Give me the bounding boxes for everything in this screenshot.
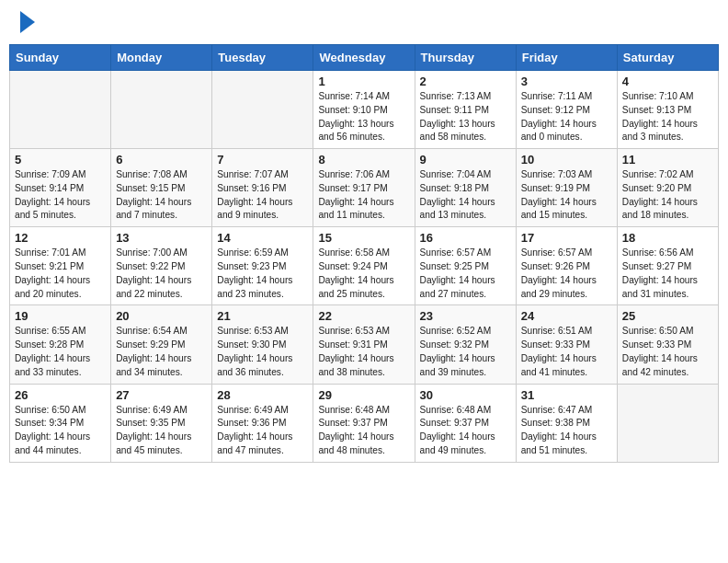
col-header-thursday: Thursday	[415, 45, 516, 71]
day-number: 15	[318, 231, 409, 245]
calendar-cell: 13Sunrise: 7:00 AMSunset: 9:22 PMDayligh…	[111, 227, 212, 305]
day-info: Sunrise: 7:13 AMSunset: 9:11 PMDaylight:…	[420, 90, 511, 144]
calendar-cell: 11Sunrise: 7:02 AMSunset: 9:20 PMDayligh…	[617, 149, 718, 227]
day-info: Sunrise: 7:11 AMSunset: 9:12 PMDaylight:…	[521, 90, 612, 144]
day-number: 7	[217, 153, 308, 167]
calendar-cell: 27Sunrise: 6:49 AMSunset: 9:35 PMDayligh…	[111, 384, 212, 462]
day-number: 21	[217, 309, 308, 323]
calendar-cell	[111, 71, 212, 149]
day-number: 12	[15, 231, 106, 245]
calendar-cell: 29Sunrise: 6:48 AMSunset: 9:37 PMDayligh…	[313, 384, 415, 462]
col-header-friday: Friday	[516, 45, 617, 71]
day-info: Sunrise: 6:52 AMSunset: 9:32 PMDaylight:…	[420, 325, 511, 379]
col-header-saturday: Saturday	[617, 45, 718, 71]
day-number: 20	[116, 309, 207, 323]
day-number: 22	[318, 309, 409, 323]
calendar-cell: 19Sunrise: 6:55 AMSunset: 9:28 PMDayligh…	[10, 305, 111, 384]
calendar-cell: 23Sunrise: 6:52 AMSunset: 9:32 PMDayligh…	[415, 305, 516, 384]
day-number: 2	[420, 75, 511, 88]
day-info: Sunrise: 7:03 AMSunset: 9:19 PMDaylight:…	[521, 168, 612, 223]
day-number: 6	[116, 153, 207, 167]
day-number: 11	[622, 153, 713, 167]
week-row-3: 12Sunrise: 7:01 AMSunset: 9:21 PMDayligh…	[10, 227, 719, 305]
day-number: 3	[521, 75, 612, 88]
week-row-2: 5Sunrise: 7:09 AMSunset: 9:14 PMDaylight…	[10, 149, 719, 227]
day-info: Sunrise: 6:50 AMSunset: 9:33 PMDaylight:…	[622, 325, 713, 379]
calendar-cell	[10, 71, 111, 149]
day-info: Sunrise: 7:06 AMSunset: 9:17 PMDaylight:…	[318, 168, 409, 223]
calendar-cell: 31Sunrise: 6:47 AMSunset: 9:38 PMDayligh…	[516, 384, 617, 462]
day-info: Sunrise: 6:50 AMSunset: 9:34 PMDaylight:…	[15, 404, 106, 458]
day-number: 23	[420, 309, 511, 323]
day-info: Sunrise: 6:55 AMSunset: 9:28 PMDaylight:…	[15, 325, 106, 379]
col-header-tuesday: Tuesday	[212, 45, 313, 71]
day-number: 19	[15, 309, 106, 323]
logo-arrow-icon	[20, 11, 35, 33]
calendar-cell: 18Sunrise: 6:56 AMSunset: 9:27 PMDayligh…	[617, 227, 718, 305]
day-info: Sunrise: 7:07 AMSunset: 9:16 PMDaylight:…	[217, 168, 308, 223]
header-row: SundayMondayTuesdayWednesdayThursdayFrid…	[10, 45, 719, 71]
day-number: 31	[521, 388, 612, 402]
calendar-cell: 12Sunrise: 7:01 AMSunset: 9:21 PMDayligh…	[10, 227, 111, 305]
week-row-5: 26Sunrise: 6:50 AMSunset: 9:34 PMDayligh…	[10, 384, 719, 462]
day-number: 24	[521, 309, 612, 323]
day-info: Sunrise: 7:00 AMSunset: 9:22 PMDaylight:…	[116, 247, 207, 301]
day-info: Sunrise: 7:09 AMSunset: 9:14 PMDaylight:…	[15, 168, 106, 223]
day-info: Sunrise: 6:59 AMSunset: 9:23 PMDaylight:…	[217, 247, 308, 301]
day-info: Sunrise: 7:04 AMSunset: 9:18 PMDaylight:…	[420, 168, 511, 223]
week-row-4: 19Sunrise: 6:55 AMSunset: 9:28 PMDayligh…	[10, 305, 719, 384]
calendar-cell: 2Sunrise: 7:13 AMSunset: 9:11 PMDaylight…	[415, 71, 516, 149]
day-number: 26	[15, 388, 106, 402]
calendar-cell: 17Sunrise: 6:57 AMSunset: 9:26 PMDayligh…	[516, 227, 617, 305]
day-number: 9	[420, 153, 511, 167]
day-info: Sunrise: 6:57 AMSunset: 9:26 PMDaylight:…	[521, 247, 612, 301]
day-info: Sunrise: 6:48 AMSunset: 9:37 PMDaylight:…	[420, 404, 511, 458]
day-number: 10	[521, 153, 612, 167]
logo	[17, 13, 35, 33]
calendar-cell: 20Sunrise: 6:54 AMSunset: 9:29 PMDayligh…	[111, 305, 212, 384]
day-info: Sunrise: 6:51 AMSunset: 9:33 PMDaylight:…	[521, 325, 612, 379]
day-info: Sunrise: 7:10 AMSunset: 9:13 PMDaylight:…	[622, 90, 713, 144]
calendar-cell: 30Sunrise: 6:48 AMSunset: 9:37 PMDayligh…	[415, 384, 516, 462]
calendar-cell: 26Sunrise: 6:50 AMSunset: 9:34 PMDayligh…	[10, 384, 111, 462]
day-number: 17	[521, 231, 612, 245]
page-header	[9, 9, 719, 37]
day-info: Sunrise: 6:53 AMSunset: 9:31 PMDaylight:…	[318, 325, 409, 379]
calendar-cell: 15Sunrise: 6:58 AMSunset: 9:24 PMDayligh…	[313, 227, 415, 305]
day-number: 14	[217, 231, 308, 245]
calendar-cell	[212, 71, 313, 149]
calendar-cell: 21Sunrise: 6:53 AMSunset: 9:30 PMDayligh…	[212, 305, 313, 384]
calendar-cell: 24Sunrise: 6:51 AMSunset: 9:33 PMDayligh…	[516, 305, 617, 384]
day-info: Sunrise: 7:14 AMSunset: 9:10 PMDaylight:…	[318, 90, 409, 144]
day-info: Sunrise: 6:58 AMSunset: 9:24 PMDaylight:…	[318, 247, 409, 301]
day-number: 25	[622, 309, 713, 323]
calendar-cell: 6Sunrise: 7:08 AMSunset: 9:15 PMDaylight…	[111, 149, 212, 227]
calendar-cell: 22Sunrise: 6:53 AMSunset: 9:31 PMDayligh…	[313, 305, 415, 384]
day-info: Sunrise: 6:49 AMSunset: 9:36 PMDaylight:…	[217, 404, 308, 458]
day-number: 8	[318, 153, 409, 167]
day-info: Sunrise: 6:48 AMSunset: 9:37 PMDaylight:…	[318, 404, 409, 458]
calendar-cell: 7Sunrise: 7:07 AMSunset: 9:16 PMDaylight…	[212, 149, 313, 227]
day-number: 30	[420, 388, 511, 402]
day-number: 13	[116, 231, 207, 245]
day-info: Sunrise: 7:02 AMSunset: 9:20 PMDaylight:…	[622, 168, 713, 223]
day-info: Sunrise: 6:54 AMSunset: 9:29 PMDaylight:…	[116, 325, 207, 379]
calendar-cell: 1Sunrise: 7:14 AMSunset: 9:10 PMDaylight…	[313, 71, 415, 149]
day-number: 1	[318, 75, 409, 88]
day-number: 4	[622, 75, 713, 88]
day-info: Sunrise: 6:47 AMSunset: 9:38 PMDaylight:…	[521, 404, 612, 458]
calendar-cell	[617, 384, 718, 462]
col-header-sunday: Sunday	[10, 45, 111, 71]
day-number: 16	[420, 231, 511, 245]
day-number: 28	[217, 388, 308, 402]
calendar-table: SundayMondayTuesdayWednesdayThursdayFrid…	[9, 44, 719, 463]
day-number: 5	[15, 153, 106, 167]
day-info: Sunrise: 6:56 AMSunset: 9:27 PMDaylight:…	[622, 247, 713, 301]
week-row-1: 1Sunrise: 7:14 AMSunset: 9:10 PMDaylight…	[10, 71, 719, 149]
day-number: 29	[318, 388, 409, 402]
calendar-cell: 14Sunrise: 6:59 AMSunset: 9:23 PMDayligh…	[212, 227, 313, 305]
calendar-cell: 4Sunrise: 7:10 AMSunset: 9:13 PMDaylight…	[617, 71, 718, 149]
day-info: Sunrise: 6:53 AMSunset: 9:30 PMDaylight:…	[217, 325, 308, 379]
day-number: 27	[116, 388, 207, 402]
day-info: Sunrise: 6:49 AMSunset: 9:35 PMDaylight:…	[116, 404, 207, 458]
